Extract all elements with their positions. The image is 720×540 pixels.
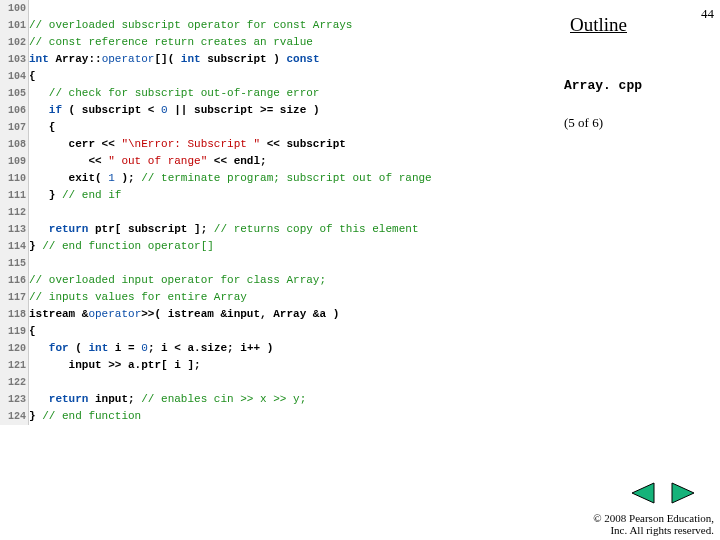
code-text: } // end function <box>29 408 141 425</box>
line-number: 114 <box>0 238 29 255</box>
sidebar: Outline 44 Array. cpp (5 of 6) © 2008 Pe… <box>560 0 720 540</box>
line-number: 110 <box>0 170 29 187</box>
code-line: 110 exit( 1 ); // terminate program; sub… <box>0 170 560 187</box>
code-text: cerr << "\nError: Subscript " << subscri… <box>29 136 346 153</box>
code-text: input >> a.ptr[ i ]; <box>29 357 201 374</box>
code-line: 120 for ( int i = 0; i < a.size; i++ ) <box>0 340 560 357</box>
copyright-line2: Inc. All rights reserved. <box>544 524 714 536</box>
code-text: if ( subscript < 0 || subscript >= size … <box>29 102 319 119</box>
code-line: 107 { <box>0 119 560 136</box>
code-line: 106 if ( subscript < 0 || subscript >= s… <box>0 102 560 119</box>
code-line: 113 return ptr[ subscript ]; // returns … <box>0 221 560 238</box>
line-number: 119 <box>0 323 29 340</box>
code-line: 102// const reference return creates an … <box>0 34 560 51</box>
line-number: 121 <box>0 357 29 374</box>
code-line: 118istream &operator>>( istream &input, … <box>0 306 560 323</box>
code-text: { <box>29 323 36 340</box>
line-number: 105 <box>0 85 29 102</box>
code-text: // overloaded input operator for class A… <box>29 272 326 289</box>
line-number: 101 <box>0 17 29 34</box>
line-number: 109 <box>0 153 29 170</box>
code-line: 104{ <box>0 68 560 85</box>
line-number: 104 <box>0 68 29 85</box>
slide: 100101// overloaded subscript operator f… <box>0 0 720 540</box>
line-number: 115 <box>0 255 29 272</box>
line-number: 113 <box>0 221 29 238</box>
code-listing: 100101// overloaded subscript operator f… <box>0 0 560 425</box>
line-number: 102 <box>0 34 29 51</box>
line-number: 124 <box>0 408 29 425</box>
code-line: 100 <box>0 0 560 17</box>
line-number: 112 <box>0 204 29 221</box>
code-text: for ( int i = 0; i < a.size; i++ ) <box>29 340 273 357</box>
code-text: // overloaded subscript operator for con… <box>29 17 352 34</box>
code-line: 123 return input; // enables cin >> x >>… <box>0 391 560 408</box>
code-line: 119{ <box>0 323 560 340</box>
line-number: 106 <box>0 102 29 119</box>
code-text: return ptr[ subscript ]; // returns copy… <box>29 221 418 238</box>
code-text: int Array::operator[]( int subscript ) c… <box>29 51 320 68</box>
line-number: 123 <box>0 391 29 408</box>
line-number: 111 <box>0 187 29 204</box>
code-line: 122 <box>0 374 560 391</box>
svg-marker-0 <box>632 483 654 503</box>
code-line: 115 <box>0 255 560 272</box>
code-line: 114} // end function operator[] <box>0 238 560 255</box>
copyright: © 2008 Pearson Education, Inc. All right… <box>544 512 714 536</box>
line-number: 100 <box>0 0 29 17</box>
page-number: 44 <box>701 6 714 22</box>
code-line: 124} // end function <box>0 408 560 425</box>
line-number: 103 <box>0 51 29 68</box>
code-text: << " out of range" << endl; <box>29 153 267 170</box>
copyright-line1: © 2008 Pearson Education, <box>593 512 714 524</box>
line-number: 107 <box>0 119 29 136</box>
code-line: 112 <box>0 204 560 221</box>
code-text: // check for subscript out-of-range erro… <box>29 85 319 102</box>
code-text: // const reference return creates an rva… <box>29 34 313 51</box>
line-number: 108 <box>0 136 29 153</box>
code-text: } // end function operator[] <box>29 238 214 255</box>
line-number: 117 <box>0 289 29 306</box>
code-line: 117// inputs values for entire Array <box>0 289 560 306</box>
line-number: 122 <box>0 374 29 391</box>
line-number: 120 <box>0 340 29 357</box>
code-line: 103int Array::operator[]( int subscript … <box>0 51 560 68</box>
code-line: 121 input >> a.ptr[ i ]; <box>0 357 560 374</box>
code-line: 101// overloaded subscript operator for … <box>0 17 560 34</box>
code-text: // inputs values for entire Array <box>29 289 247 306</box>
code-text: return input; // enables cin >> x >> y; <box>29 391 306 408</box>
svg-marker-1 <box>672 483 694 503</box>
prev-icon[interactable] <box>630 482 656 504</box>
code-line: 108 cerr << "\nError: Subscript " << sub… <box>0 136 560 153</box>
line-number: 116 <box>0 272 29 289</box>
line-number: 118 <box>0 306 29 323</box>
code-line: 116// overloaded input operator for clas… <box>0 272 560 289</box>
nav-buttons <box>630 482 696 504</box>
code-line: 105 // check for subscript out-of-range … <box>0 85 560 102</box>
code-text: } // end if <box>29 187 121 204</box>
outline-heading: Outline <box>570 14 627 36</box>
source-filename: Array. cpp <box>564 78 642 93</box>
code-line: 109 << " out of range" << endl; <box>0 153 560 170</box>
code-line: 111 } // end if <box>0 187 560 204</box>
subpage-indicator: (5 of 6) <box>564 115 603 131</box>
next-icon[interactable] <box>670 482 696 504</box>
code-text: istream &operator>>( istream &input, Arr… <box>29 306 339 323</box>
code-text: { <box>29 68 36 85</box>
code-text: exit( 1 ); // terminate program; subscri… <box>29 170 432 187</box>
code-text: { <box>29 119 55 136</box>
